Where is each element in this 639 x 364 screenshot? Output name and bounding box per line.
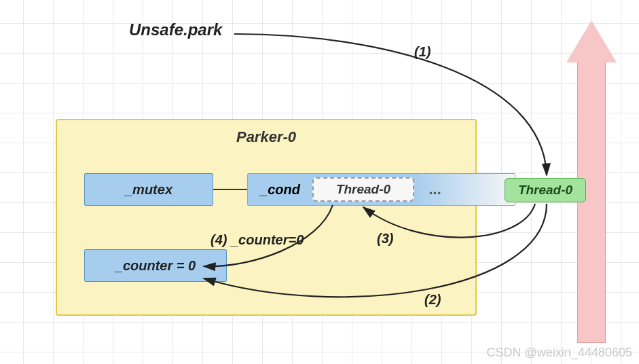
mutex-box: _mutex: [84, 173, 213, 206]
diagram-stage: Unsafe.park Parker-0 _mutex _cond Thread…: [0, 0, 639, 364]
cond-thread-chip: Thread-0: [312, 177, 414, 202]
mutex-cond-connector: [213, 189, 247, 190]
cond-label: _cond: [248, 182, 312, 198]
step-3-label: (3): [377, 231, 393, 247]
cond-box: _cond Thread-0 ...: [247, 173, 515, 206]
thread0-node: Thread-0: [505, 178, 586, 202]
unsafe-park-label: Unsafe.park: [129, 20, 222, 39]
counter-box: _counter = 0: [84, 249, 227, 282]
parker-title: Parker-0: [57, 128, 475, 146]
step-1-label: (1): [414, 44, 431, 60]
parker-box: Parker-0 _mutex _cond Thread-0 ... _coun…: [56, 119, 477, 316]
step-4-label: (4) _counter=0: [211, 232, 304, 248]
cond-dots: ...: [429, 181, 441, 198]
watermark: CSDN @weixin_44480605: [487, 346, 632, 360]
step-2-label: (2): [424, 292, 441, 308]
